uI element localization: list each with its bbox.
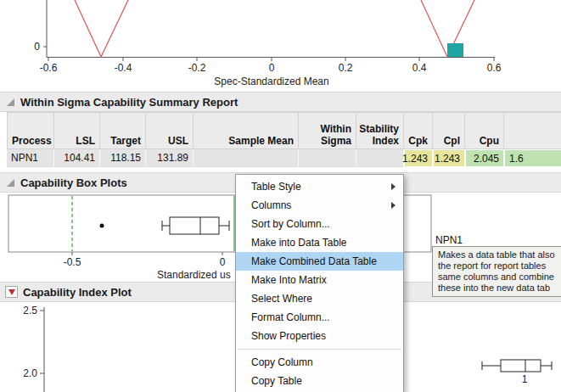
cell-cpk[interactable]: 1.243	[404, 149, 433, 167]
box-plot-process-label: NPN1	[435, 234, 463, 246]
submenu-arrow-icon	[391, 183, 396, 190]
cell-process[interactable]: NPN1	[7, 149, 54, 167]
menu-item-label: Make Combined Data Table	[251, 255, 377, 267]
column-header-cpu[interactable]: Cpu	[465, 112, 504, 149]
menu-item-sort-by-column[interactable]: Sort by Column...	[236, 215, 403, 233]
capability-line-left	[75, 0, 128, 57]
y-tick-label: 2.5	[23, 305, 37, 316]
x-tick-label: 0.6	[487, 62, 502, 74]
menu-item-label: Show Properties	[251, 330, 326, 342]
cell-usl[interactable]: 131.89	[146, 149, 194, 167]
tooltip-line: these into the new data tab	[438, 283, 561, 294]
x-tick-label: 0.2	[339, 62, 353, 74]
section-title: Within Sigma Capability Summary Report	[20, 96, 238, 109]
column-header-sample-mean[interactable]: Sample Mean	[194, 112, 299, 149]
menu-item-columns[interactable]: Columns	[236, 196, 403, 215]
submenu-arrow-icon	[391, 202, 396, 209]
context-menu: Table Style Columns Sort by Column... Ma…	[235, 174, 404, 392]
x-tick-label: 0	[220, 256, 226, 268]
summary-table: Process LSL Target USL Sample Mean Withi…	[7, 112, 561, 167]
column-header-cpk[interactable]: Cpk	[404, 112, 433, 149]
box-plot-box[interactable]	[170, 217, 219, 234]
menu-item-copy-table[interactable]: Copy Table	[236, 372, 403, 390]
column-header-stability-index[interactable]: Stability Index	[356, 112, 404, 149]
menu-item-label: Columns	[251, 199, 291, 211]
x-tick-label: 0	[269, 62, 275, 74]
x-tick-label: -0.6	[40, 62, 58, 74]
y-tick-label: 2.0	[23, 367, 37, 379]
menu-item-label: Make Into Matrix	[251, 274, 327, 286]
red-triangle-icon	[8, 289, 15, 295]
menu-item-label: Select Where	[251, 293, 312, 305]
highlight-marker[interactable]	[447, 43, 463, 57]
tooltip-line: the report for report tables	[438, 260, 561, 272]
jmp-report-window: 0 -0.6 -0.4 -0.2 0 0.2 0.4 0.6 Spec-Stan…	[0, 0, 561, 392]
x-axis-title: Standardized us	[157, 269, 231, 281]
menu-separator	[238, 349, 401, 350]
menu-item-format-column[interactable]: Format Column...	[236, 308, 403, 327]
column-header-clipped[interactable]	[504, 112, 561, 149]
menu-item-select-where[interactable]: Select Where	[236, 289, 403, 308]
tooltip-line: Makes a data table that also	[438, 249, 561, 260]
menu-item-label: Format Column...	[251, 311, 330, 323]
table-row[interactable]: NPN1 104.41 118.15 131.89 1.243 1.243 2.…	[7, 149, 561, 167]
cell-sample-mean[interactable]	[194, 149, 299, 167]
x-axis-title: Spec-Standardized Mean	[214, 76, 328, 87]
red-triangle-menu-button[interactable]	[5, 286, 18, 298]
section-title: Capability Box Plots	[20, 176, 127, 189]
collapse-triangle-icon[interactable]	[7, 98, 14, 106]
x-tick-label: 0.4	[412, 62, 427, 74]
section-header-summary-report: Within Sigma Capability Summary Report	[0, 92, 561, 112]
x-tick-label: -0.4	[115, 62, 132, 74]
x-tick-label: -0.2	[188, 62, 206, 74]
column-header-target[interactable]: Target	[100, 112, 146, 149]
menu-item-label: Copy Table	[251, 375, 302, 387]
section-title: Capability Index Plot	[23, 286, 132, 299]
menu-item-make-into-data-table[interactable]: Make into Data Table	[236, 233, 403, 252]
cell-target[interactable]: 118.15	[100, 149, 146, 167]
column-header-lsl[interactable]: LSL	[54, 112, 100, 149]
tooltip: Makes a data table that also the report …	[432, 246, 561, 297]
menu-item-label: Table Style	[251, 181, 301, 193]
column-header-cpl[interactable]: Cpl	[433, 112, 465, 149]
tooltip-line: same columns and combine	[438, 272, 561, 283]
x-tick-label: -0.5	[64, 256, 81, 268]
menu-item-label: Make into Data Table	[251, 237, 347, 249]
outlier-point[interactable]	[100, 224, 104, 228]
menu-item-copy-column[interactable]: Copy Column	[236, 353, 403, 372]
column-header-process[interactable]: Process	[7, 112, 54, 149]
menu-item-show-properties[interactable]: Show Properties	[236, 327, 403, 345]
menu-item-label: Copy Column	[251, 356, 313, 368]
column-header-within-sigma[interactable]: Within Sigma	[299, 112, 356, 149]
cell-cpu[interactable]: 2.045	[465, 149, 504, 167]
menu-item-table-style[interactable]: Table Style	[236, 177, 403, 196]
cell-lsl[interactable]: 104.41	[54, 149, 100, 167]
menu-item-label: Sort by Column...	[251, 218, 330, 230]
menu-item-make-combined-data-table[interactable]: Make Combined Data Table	[236, 252, 403, 271]
box-plot-box[interactable]	[501, 360, 541, 372]
cell-stability-index[interactable]	[356, 149, 404, 167]
menu-item-make-into-matrix[interactable]: Make Into Matrix	[236, 271, 403, 289]
collapse-triangle-icon[interactable]	[7, 179, 14, 187]
x-tick-label: 1	[522, 373, 528, 385]
summary-table-header-row: Process LSL Target USL Sample Mean Withi…	[7, 112, 561, 149]
column-header-usl[interactable]: USL	[146, 112, 194, 149]
y-tick-label: 0	[34, 41, 40, 53]
spec-standardized-mean-chart: 0 -0.6 -0.4 -0.2 0 0.2 0.4 0.6 Spec-Stan…	[0, 0, 561, 90]
cell-cpl[interactable]: 1.243	[433, 149, 465, 167]
cell-within-sigma[interactable]	[299, 149, 356, 167]
cell-clipped[interactable]: 1.6	[504, 149, 561, 167]
